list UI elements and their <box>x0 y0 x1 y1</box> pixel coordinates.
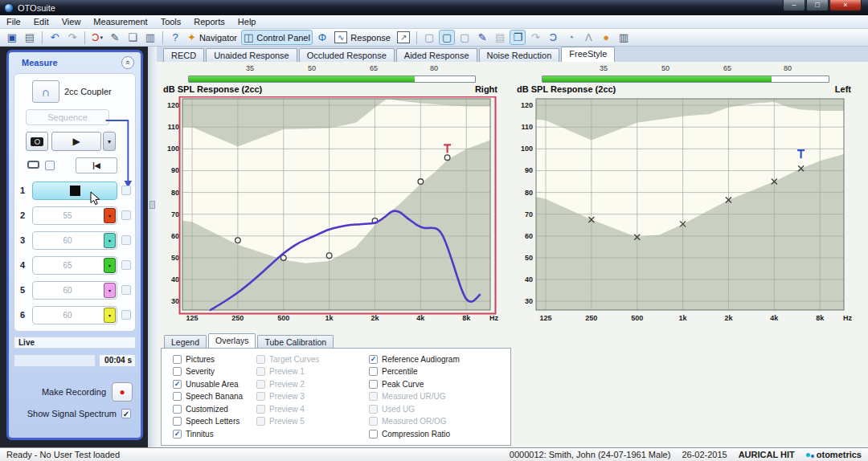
tab-freestyle[interactable]: FreeStyle <box>561 47 615 62</box>
minimize-button[interactable]: – <box>783 0 805 11</box>
panel-splitter[interactable] <box>148 47 157 447</box>
stimulus-level-field[interactable]: 65▾ <box>32 256 117 275</box>
play-button[interactable]: ▶ <box>51 132 101 151</box>
overlay-option-speech-banana[interactable]: Speech Banana <box>173 392 243 402</box>
overlay-tab-tube-calibration[interactable]: Tube Calibration <box>257 335 334 348</box>
copy-windows-button[interactable]: ❏ <box>125 30 141 45</box>
print-report-button[interactable]: ▥ <box>142 30 158 45</box>
page-button[interactable]: ▢ <box>421 30 437 45</box>
curve-color-dropdown[interactable]: ▾ <box>104 258 116 273</box>
book-button[interactable]: ▤ <box>492 30 508 45</box>
stimulus-level-field[interactable]: 60▾ <box>32 306 117 324</box>
return-arrow-button[interactable]: ↷ <box>527 30 543 45</box>
stimulus-row-checkbox[interactable] <box>121 260 131 270</box>
snapshot-button[interactable] <box>26 132 48 151</box>
export-windows-button[interactable]: ❐ <box>510 30 526 45</box>
curve-color-dropdown[interactable]: ▾ <box>104 308 116 323</box>
skip-to-start-button[interactable]: |◀ <box>76 157 117 173</box>
overlay-option-unusable-area[interactable]: ✓Unusable Area <box>173 379 243 389</box>
edit-pen-button[interactable]: ✎ <box>107 30 123 45</box>
overlay-option-severity[interactable]: Severity <box>173 367 243 377</box>
overlay-option-peak-curve[interactable]: Peak Curve <box>369 379 460 389</box>
overlay-option-percentile[interactable]: Percentile <box>369 367 460 377</box>
show-signal-spectrum-checkbox[interactable]: ✓ <box>121 409 131 418</box>
checkbox-icon[interactable] <box>173 367 182 376</box>
menu-edit[interactable]: Edit <box>27 16 55 27</box>
overlay-option-tinnitus[interactable]: ✓Tinnitus <box>173 429 243 439</box>
overlay-option-reference-audiogram[interactable]: ✓Reference Audiogram <box>369 354 460 364</box>
sequence-field[interactable]: Sequence <box>26 109 109 125</box>
left-ear-chart[interactable]: 35506580dB SPL Response (2cc)Left3040506… <box>514 64 854 329</box>
control-panel-button[interactable]: ◫Control Panel <box>241 30 313 45</box>
overlay-option-customized[interactable]: Customized <box>173 404 243 414</box>
stimulus-stop-button[interactable] <box>32 182 117 200</box>
stimulus-level-field[interactable]: 55▾ <box>32 206 117 225</box>
checkbox-icon[interactable]: ✓ <box>173 380 182 389</box>
curve-color-dropdown[interactable]: ▾ <box>104 233 116 248</box>
stimulus-row-checkbox[interactable] <box>121 186 131 195</box>
overlay-option-pictures[interactable]: Pictures <box>173 354 243 364</box>
stimulus-row-checkbox[interactable] <box>121 310 131 320</box>
right-ear-chart[interactable]: 35506580dB SPL Response (2cc)Right304050… <box>161 64 500 329</box>
ear-blue-button[interactable]: Ɔ <box>545 30 561 45</box>
menu-view[interactable]: View <box>55 16 88 27</box>
tab-unaided-response[interactable]: Unaided Response <box>206 48 297 62</box>
menu-help[interactable]: Help <box>231 16 263 27</box>
checkbox-icon[interactable] <box>173 405 182 414</box>
phase-button[interactable]: Φ <box>314 30 330 45</box>
left-ear-plot[interactable]: 304050607080901001101201252505001k2k4k8k… <box>514 96 854 326</box>
stimulus-level-field[interactable]: 60▾ <box>32 281 117 300</box>
print-button[interactable]: ▤ <box>22 30 38 45</box>
checkbox-icon[interactable] <box>369 380 378 389</box>
spl-graph-button[interactable]: ↗ <box>395 30 412 45</box>
response-button[interactable]: ∿Response <box>332 30 393 45</box>
menu-file[interactable]: File <box>0 16 27 27</box>
curve-color-dropdown[interactable]: ▾ <box>104 208 116 223</box>
stimulus-row-checkbox[interactable] <box>121 235 131 245</box>
tab-aided-response[interactable]: Aided Response <box>396 48 477 62</box>
menu-reports[interactable]: Reports <box>187 16 231 27</box>
loop-checkbox[interactable] <box>45 161 55 170</box>
menu-measurement[interactable]: Measurement <box>87 16 154 27</box>
page-curve-button[interactable]: ▢ <box>439 30 455 45</box>
checkbox-icon[interactable]: ✓ <box>369 355 378 364</box>
checkbox-icon[interactable] <box>369 430 378 439</box>
save-button[interactable]: ▣ <box>4 30 20 45</box>
collapse-panel-button[interactable]: » <box>121 56 134 69</box>
probe-ear-button[interactable]: Ɔ▾ <box>89 30 105 45</box>
curve-color-dropdown[interactable]: ▾ <box>104 283 116 298</box>
maximize-button[interactable]: □ <box>806 0 829 11</box>
checkbox-icon[interactable] <box>369 367 378 376</box>
ear-globe-button[interactable]: ◔ <box>563 30 579 45</box>
checkbox-icon[interactable] <box>173 417 182 426</box>
overlay-option-speech-letters[interactable]: Speech Letters <box>173 417 243 426</box>
undo-button[interactable]: ↶ <box>47 30 63 45</box>
stimulus-row-checkbox[interactable] <box>121 210 131 220</box>
tube-button[interactable]: Λ <box>580 30 596 45</box>
tab-occluded-response[interactable]: Occluded Response <box>299 48 395 62</box>
checkbox-icon[interactable] <box>173 392 182 401</box>
redo-button[interactable]: ↷ <box>64 30 80 45</box>
help-button[interactable]: ? <box>167 30 183 45</box>
pen-blue-button[interactable]: ✎ <box>474 30 490 45</box>
report-button[interactable]: ▥ <box>616 30 632 45</box>
overlay-tab-overlays[interactable]: Overlays <box>208 333 256 348</box>
stimulus-row-checkbox[interactable] <box>121 285 131 295</box>
tab-noise-reduction[interactable]: Noise Reduction <box>479 48 560 62</box>
checkbox-icon[interactable]: ✓ <box>173 430 182 439</box>
right-ear-plot[interactable]: 304050607080901001101201252505001k2k4k8k… <box>161 96 500 326</box>
svg-text:8k: 8k <box>816 314 825 322</box>
checkbox-icon[interactable] <box>173 355 182 364</box>
play-options-dropdown[interactable]: ▾ <box>103 132 116 151</box>
record-button[interactable]: ● <box>112 382 133 402</box>
overlay-option-compression-ratio[interactable]: Compression Ratio <box>369 429 460 439</box>
overlay-tab-legend[interactable]: Legend <box>164 335 207 348</box>
stimulus-level-field[interactable]: 60▾ <box>32 231 117 250</box>
menu-tools[interactable]: Tools <box>154 16 188 27</box>
page-alt-button[interactable]: ▢ <box>457 30 473 45</box>
navigator-button[interactable]: ✦Navigator <box>185 30 240 45</box>
tab-recd[interactable]: RECD <box>163 48 204 62</box>
globe-button[interactable]: ● <box>598 30 614 45</box>
close-button[interactable]: × <box>829 0 862 11</box>
splitter-handle[interactable] <box>149 201 155 209</box>
